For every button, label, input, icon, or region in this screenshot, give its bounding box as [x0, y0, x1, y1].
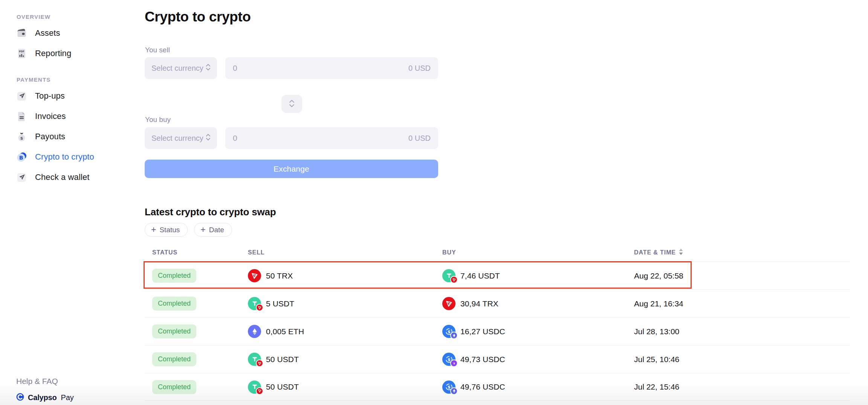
history-title: Latest crypto to crypto swap: [145, 206, 276, 218]
exchange-button[interactable]: Exchange: [145, 160, 438, 178]
sidebar-item-reporting[interactable]: PDFReporting: [0, 43, 113, 64]
bitcoin-icon: B: [16, 151, 28, 163]
pdf-report-icon: PDF: [16, 48, 28, 59]
network-badge-icon: [256, 387, 263, 395]
sidebar-item-crypto-to-crypto[interactable]: BCrypto to crypto: [0, 147, 113, 167]
sell-cell: T50 USDT: [248, 353, 442, 366]
svg-text:$: $: [448, 357, 450, 361]
sell-currency-select[interactable]: Select currency: [145, 57, 217, 79]
table-row[interactable]: Completed 0,005 ETH $16,27 USDC Jul 28, …: [145, 317, 850, 345]
buy-usd-value: 0 USD: [408, 134, 431, 143]
sidebar-item-label: Reporting: [35, 49, 71, 58]
filter-label: Status: [159, 226, 180, 234]
sell-row: Select currency 0 USD: [145, 57, 438, 79]
status-badge: Completed: [152, 380, 196, 394]
sidebar-item-payouts[interactable]: sPayouts: [0, 126, 113, 147]
date-cell: Jul 28, 13:00: [634, 327, 850, 336]
brand: CalypsoPay: [16, 393, 74, 403]
date-cell: Aug 21, 16:34: [634, 299, 850, 308]
column-buy: BUY: [442, 249, 634, 256]
buy-cell: $49,76 USDC: [442, 381, 634, 394]
sell-amount-text: 50 TRX: [266, 271, 293, 280]
table-row[interactable]: Completed T50 USDT $S49,73 USDC Jul 25, …: [145, 345, 850, 373]
sell-amount-text: 50 USDT: [266, 355, 299, 364]
main-content: Crypto to crypto You sell Select currenc…: [145, 0, 850, 405]
sell-amount-input[interactable]: [233, 64, 408, 73]
sidebar-item-top-ups[interactable]: Top-ups: [0, 86, 113, 106]
column-date-label: DATE & TIME: [634, 249, 676, 256]
table-row[interactable]: Completed T50 USDT $49,76 USDC Jul 22, 1…: [145, 373, 850, 401]
you-buy-label: You buy: [145, 116, 171, 124]
buy-currency-placeholder: Select currency: [151, 134, 203, 143]
filter-label: Date: [209, 226, 224, 234]
chevron-updown-icon: [205, 133, 211, 143]
svg-text:$: $: [448, 329, 450, 333]
sell-amount-text: 5 USDT: [266, 299, 294, 308]
sidebar: OVERVIEWAssetsPDFReportingPAYMENTSTop-up…: [0, 0, 113, 405]
buy-amount-text: 7,46 USDT: [460, 271, 500, 280]
sell-cell: 0,005 ETH: [248, 325, 442, 338]
sidebar-item-label: Invoices: [35, 111, 66, 121]
network-badge-icon: [450, 332, 458, 339]
status-badge: Completed: [152, 324, 196, 338]
filter-date[interactable]: +Date: [194, 223, 232, 237]
usdc-eth-coin-icon: $: [442, 325, 455, 338]
buy-amount-text: 30,94 TRX: [460, 299, 498, 308]
sell-usd-value: 0 USD: [408, 64, 431, 73]
buy-currency-select[interactable]: Select currency: [145, 127, 217, 149]
buy-cell: $S49,73 USDC: [442, 353, 634, 366]
usdt-trx-coin-icon: T: [442, 269, 455, 282]
buy-cell: 30,94 TRX: [442, 297, 634, 310]
column-date-sort[interactable]: DATE & TIME: [634, 248, 850, 257]
swap-direction-button[interactable]: [281, 95, 302, 113]
table-header: STATUS SELL BUY DATE & TIME: [145, 243, 850, 262]
sidebar-group-label: PAYMENTS: [17, 76, 113, 83]
brand-name: Calypso: [28, 393, 57, 402]
brand-suffix: Pay: [61, 393, 73, 402]
buy-amount-box: 0 USD: [225, 127, 438, 149]
usdt-trx-coin-icon: T: [248, 353, 261, 366]
network-badge-icon: [256, 304, 263, 311]
sell-amount-box: 0 USD: [225, 57, 438, 79]
usdt-trx-coin-icon: T: [248, 297, 261, 310]
sidebar-groups: OVERVIEWAssetsPDFReportingPAYMENTSTop-up…: [0, 14, 113, 187]
network-badge-icon: [450, 276, 458, 283]
table-row[interactable]: Completed 50 TRX T7,46 USDT Aug 22, 05:5…: [145, 262, 850, 289]
svg-text:PDF: PDF: [19, 50, 24, 53]
sell-cell: T50 USDT: [248, 381, 442, 394]
buy-cell: T7,46 USDT: [442, 269, 634, 282]
buy-cell: $16,27 USDC: [442, 325, 634, 338]
wallet-icon: [16, 27, 28, 39]
sidebar-item-invoices[interactable]: Invoices: [0, 106, 113, 126]
buy-amount-text: 49,73 USDC: [460, 355, 505, 364]
column-status: STATUS: [152, 249, 248, 256]
status-badge: Completed: [152, 297, 196, 311]
usdt-trx-coin-icon: T: [248, 381, 261, 394]
sidebar-item-label: Check a wallet: [35, 172, 89, 182]
history-filters: +Status+Date: [145, 223, 232, 237]
sidebar-item-label: Crypto to crypto: [35, 152, 94, 162]
column-sell: SELL: [248, 249, 442, 256]
send-arrow-icon: [16, 90, 28, 102]
filter-status[interactable]: +Status: [145, 223, 188, 237]
invoice-document-icon: [16, 111, 28, 122]
network-badge-icon: [450, 387, 458, 395]
help-faq-link[interactable]: Help & FAQ: [16, 377, 58, 386]
sidebar-item-label: Top-ups: [35, 91, 65, 101]
buy-amount-text: 16,27 USDC: [460, 327, 505, 336]
date-cell: Jul 25, 10:46: [634, 355, 850, 364]
network-badge-icon: S: [450, 359, 458, 367]
buy-amount-input[interactable]: [233, 134, 408, 143]
status-badge: Completed: [152, 352, 196, 366]
network-badge-icon: [256, 359, 263, 367]
table-row[interactable]: Completed T5 USDT 30,94 TRX Aug 21, 16:3…: [145, 289, 850, 317]
buy-amount-text: 49,76 USDC: [460, 382, 505, 391]
sidebar-item-label: Assets: [35, 28, 60, 38]
trx-coin-icon: [248, 269, 261, 282]
sidebar-item-label: Payouts: [35, 132, 65, 142]
sidebar-item-assets[interactable]: Assets: [0, 23, 113, 43]
sidebar-item-check-a-wallet[interactable]: Check a wallet: [0, 167, 113, 187]
svg-text:$: $: [448, 385, 450, 389]
svg-text:s: s: [20, 135, 23, 140]
trx-coin-icon: [442, 297, 455, 310]
